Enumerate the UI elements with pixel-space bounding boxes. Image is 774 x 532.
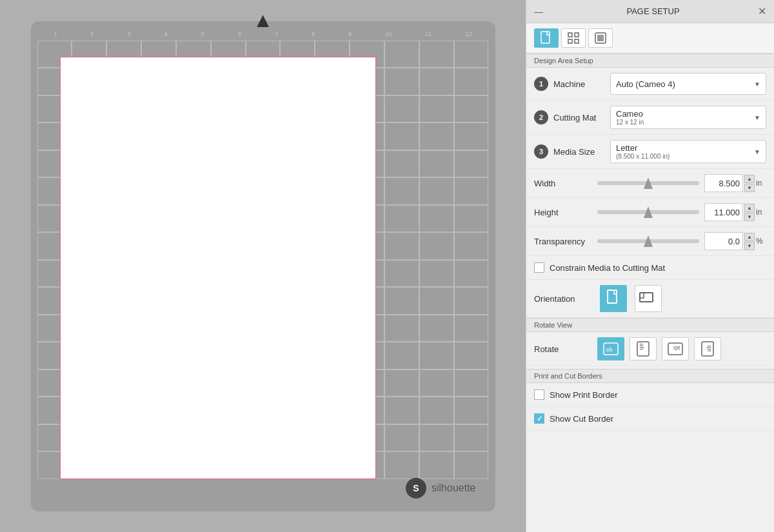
cutting-mat-control: Cameo 12 x 12 in ▼ (610, 106, 766, 129)
mat-grid-cell (419, 205, 454, 233)
media-size-control: Letter (8.500 x 11.000 in) ▼ (610, 140, 766, 163)
machine-dropdown[interactable]: Auto (Cameo 4) ▼ (610, 73, 766, 95)
mat-grid-cell (419, 150, 454, 178)
svg-rect-3 (568, 39, 572, 43)
transparency-slider-thumb (644, 235, 653, 247)
mat-grid-cell (384, 232, 419, 260)
landscape-button[interactable] (635, 285, 662, 312)
height-decrement-button[interactable]: ▼ (744, 213, 755, 221)
mat-container: ▲ 12345 678910 1112 S silhouette (18, 8, 508, 524)
mat-grid-cell (419, 369, 454, 397)
media-size-dropdown[interactable]: Letter (8.500 x 11.000 in) ▼ (610, 140, 766, 163)
mat-grid-cell (419, 397, 454, 424)
transparency-input[interactable] (704, 232, 743, 250)
orientation-label: Orientation (534, 294, 592, 304)
mat-grid-cell (419, 123, 454, 150)
svg-text:ab: ab (639, 343, 645, 350)
transparency-unit: % (756, 237, 766, 246)
grid-tab-icon (567, 32, 580, 44)
mat-grid-cell (384, 315, 419, 342)
cutting-mat-number: 2 (534, 110, 548, 124)
media-tab-icon (594, 32, 607, 44)
rotate-row: Rotate ab ab ab (526, 332, 774, 366)
machine-row: 1 Machine Auto (Cameo 4) ▼ (526, 68, 774, 101)
mat-grid-cell (454, 123, 489, 150)
design-area-section-header: Design Area Setup (526, 54, 774, 68)
rotate-180-button[interactable]: ab (662, 337, 689, 360)
rotate-view-section-header: Rotate View (526, 318, 774, 332)
mat-grid-cell (384, 95, 419, 123)
mat-grid-cell (454, 451, 489, 479)
print-border-label: Show Print Border (550, 390, 618, 400)
transparency-label: Transparency (534, 237, 592, 246)
tab-media[interactable] (588, 28, 613, 48)
width-unit: in (756, 179, 766, 188)
up-arrow-icon: ▲ (253, 8, 273, 32)
height-slider[interactable] (597, 210, 699, 214)
svg-rect-1 (568, 33, 572, 37)
width-decrement-button[interactable]: ▼ (744, 184, 755, 192)
mat-grid-cell (384, 451, 419, 479)
height-input[interactable] (704, 203, 743, 221)
mat-grid-cell (384, 177, 419, 205)
transparency-decrement-button[interactable]: ▼ (744, 242, 755, 250)
mat-grid-cell (384, 150, 419, 178)
mat-grid-cell (454, 397, 489, 424)
mat-grid-cell (384, 205, 419, 233)
cutting-mat-dropdown[interactable]: Cameo 12 x 12 in ▼ (610, 106, 766, 129)
panel-title: PAGE SETUP (548, 6, 758, 16)
mat-grid-cell (419, 424, 454, 452)
mat-grid-cell (454, 315, 489, 342)
tab-bar (526, 23, 774, 54)
transparency-row: Transparency ▲ ▼ % (526, 227, 774, 256)
width-increment-button[interactable]: ▲ (744, 175, 755, 183)
rotate-270-icon: ab (700, 340, 715, 357)
borders-section-header: Print and Cut Borders (526, 369, 774, 383)
height-input-group: ▲ ▼ in (704, 203, 766, 221)
rotate-0-button[interactable]: ab (597, 337, 624, 360)
mat-grid-cell (384, 41, 419, 68)
mat-grid-cell (419, 95, 454, 123)
cutting-mat-label: Cutting Mat (553, 113, 605, 123)
svg-rect-2 (575, 33, 579, 37)
tab-grid[interactable] (561, 28, 586, 48)
tab-page[interactable] (534, 28, 559, 48)
constrain-checkbox[interactable] (534, 262, 544, 273)
machine-control: Auto (Cameo 4) ▼ (610, 73, 766, 95)
height-row: Height ▲ ▼ in (526, 198, 774, 227)
mat-grid-cell (419, 287, 454, 315)
cut-border-row[interactable]: ✓ Show Cut Border (526, 407, 774, 431)
transparency-increment-button[interactable]: ▲ (744, 233, 755, 241)
print-border-row[interactable]: Show Print Border (526, 383, 774, 407)
width-input[interactable] (704, 174, 743, 192)
media-size-label: Media Size (553, 147, 605, 157)
rotate-90-icon: ab (636, 340, 650, 357)
width-slider-thumb (644, 177, 653, 189)
constrain-row[interactable]: Constrain Media to Cutting Mat (526, 256, 774, 280)
width-slider[interactable] (597, 181, 699, 185)
rotate-270-button[interactable]: ab (694, 337, 721, 360)
mat-grid-cell (384, 369, 419, 397)
print-border-checkbox[interactable] (534, 389, 544, 400)
mat-grid-cell (454, 205, 489, 233)
portrait-button[interactable] (600, 285, 627, 312)
panel-close-button[interactable]: ✕ (758, 5, 766, 17)
rotate-90-button[interactable]: ab (630, 337, 657, 360)
mat-grid-cell (454, 342, 489, 369)
height-increment-button[interactable]: ▲ (744, 204, 755, 212)
svg-text:ab: ab (606, 346, 613, 353)
mat-grid-cell (384, 397, 419, 424)
width-row: Width ▲ ▼ in (526, 169, 774, 198)
cut-border-checkbox[interactable]: ✓ (534, 413, 544, 424)
mat-grid-cell (419, 177, 454, 205)
mat-grid-cell (384, 68, 419, 95)
silhouette-logo-icon: S (406, 478, 426, 498)
svg-rect-6 (597, 35, 604, 41)
constrain-label: Constrain Media to Cutting Mat (550, 263, 665, 273)
mat-grid-cell (419, 232, 454, 260)
width-input-group: ▲ ▼ in (704, 174, 766, 192)
transparency-slider[interactable] (597, 239, 699, 243)
panel-minimize[interactable]: — (534, 6, 543, 17)
portrait-icon (606, 290, 620, 308)
mat-grid-cell (419, 342, 454, 369)
